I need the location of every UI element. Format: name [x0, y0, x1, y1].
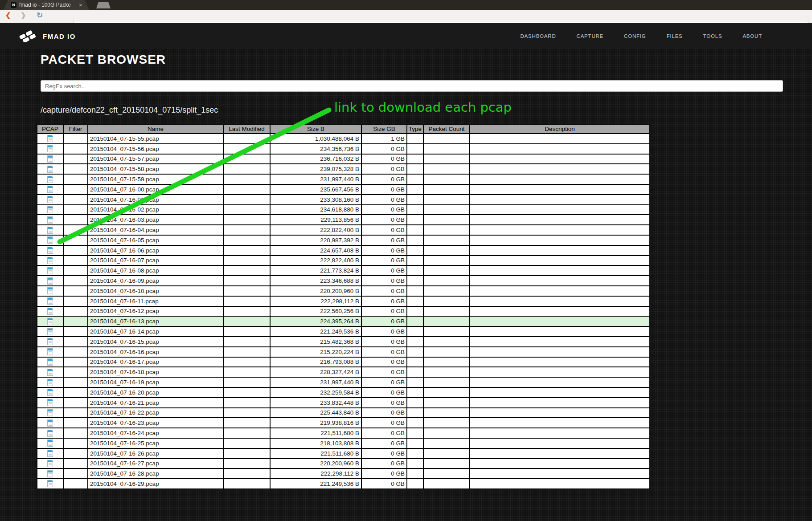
forward-icon[interactable]: ❯ [21, 11, 26, 19]
pcap-download-link[interactable] [37, 174, 63, 184]
packet-count-cell [423, 337, 470, 347]
size-gb-cell: 0 GB [361, 448, 407, 459]
reload-icon[interactable]: ↻ [37, 11, 43, 20]
pcap-download-link[interactable] [37, 347, 63, 357]
pcap-download-link[interactable] [37, 398, 63, 408]
pcap-file-icon[interactable] [47, 460, 53, 467]
pcap-download-link[interactable] [37, 459, 63, 469]
pcap-file-icon[interactable] [47, 470, 53, 477]
pcap-file-icon[interactable] [47, 297, 53, 305]
pcap-file-icon[interactable] [47, 186, 53, 193]
regex-search-input[interactable] [41, 80, 783, 92]
pcap-download-link[interactable] [37, 286, 63, 296]
pcap-file-icon[interactable] [47, 450, 53, 457]
pcap-download-link[interactable] [37, 408, 63, 418]
pcap-download-link[interactable] [37, 367, 63, 377]
browser-toolbar: ❮ ❯ ↻ 192.168.11.53/files.html?Fn=stime&… [0, 10, 812, 23]
pcap-download-link[interactable] [37, 154, 63, 164]
pcap-file-icon[interactable] [47, 318, 53, 325]
last-modified-cell [223, 205, 270, 215]
pcap-file-icon[interactable] [47, 145, 53, 152]
pcap-download-link[interactable] [37, 377, 63, 387]
pcap-download-link[interactable] [37, 235, 63, 245]
col-header-size-b[interactable]: Size B [270, 124, 361, 134]
pcap-file-icon[interactable] [47, 166, 53, 173]
pcap-download-link[interactable] [37, 468, 63, 479]
browser-tab[interactable]: N fmad io - 100G Packe × [4, 0, 89, 10]
nav-item-about[interactable]: ABOUT [742, 33, 762, 39]
tab-close-icon[interactable]: × [79, 2, 82, 8]
col-header-description[interactable]: Description [470, 124, 650, 134]
pcap-download-link[interactable] [37, 225, 63, 235]
pcap-download-link[interactable] [37, 296, 63, 306]
pcap-download-link[interactable] [37, 316, 63, 326]
pcap-file-icon[interactable] [47, 277, 53, 285]
name-cell: 20150104_07-16-05.pcap [88, 235, 223, 245]
pcap-file-icon[interactable] [47, 308, 53, 315]
pcap-download-link[interactable] [37, 205, 63, 215]
new-tab-button[interactable] [96, 2, 111, 8]
col-header-size-gb[interactable]: Size GB [361, 124, 407, 134]
pcap-download-link[interactable] [37, 144, 63, 154]
pcap-file-icon[interactable] [47, 196, 53, 203]
nav-item-tools[interactable]: TOOLS [703, 33, 722, 39]
col-header-last-modified[interactable]: Last Modified [223, 124, 270, 134]
pcap-download-link[interactable] [37, 276, 63, 286]
pcap-file-icon[interactable] [47, 328, 53, 335]
nav-item-dashboard[interactable]: DASHBOARD [520, 33, 556, 39]
pcap-file-icon[interactable] [47, 440, 53, 447]
pcap-file-icon[interactable] [47, 338, 53, 345]
pcap-download-link[interactable] [37, 448, 63, 459]
pcap-file-icon[interactable] [47, 480, 53, 487]
size-gb-cell: 1 GB [361, 134, 407, 144]
pcap-file-icon[interactable] [47, 206, 53, 213]
pcap-file-icon[interactable] [47, 155, 53, 163]
pcap-file-icon[interactable] [47, 399, 53, 406]
pcap-file-icon[interactable] [47, 267, 53, 274]
nav-item-files[interactable]: FILES [667, 33, 683, 39]
pcap-file-icon[interactable] [47, 247, 53, 254]
pcap-download-link[interactable] [37, 438, 63, 448]
pcap-download-link[interactable] [37, 245, 63, 256]
pcap-download-link[interactable] [37, 265, 63, 276]
pcap-file-icon[interactable] [47, 379, 53, 386]
col-header-filter[interactable]: Filter [63, 124, 88, 134]
pcap-download-link[interactable] [37, 306, 63, 317]
pcap-file-icon[interactable] [47, 227, 53, 234]
col-header-pcap[interactable]: PCAP [37, 124, 63, 134]
pcap-file-icon[interactable] [47, 389, 53, 396]
pcap-download-link[interactable] [37, 418, 63, 428]
pcap-file-icon[interactable] [47, 358, 53, 366]
col-header-packet-count[interactable]: Packet Count [423, 124, 470, 134]
pcap-download-link[interactable] [37, 337, 63, 347]
pcap-file-icon[interactable] [47, 236, 53, 244]
pcap-file-icon[interactable] [47, 430, 53, 437]
pcap-download-link[interactable] [37, 184, 63, 195]
pcap-file-icon[interactable] [47, 257, 53, 264]
pcap-file-icon[interactable] [47, 369, 53, 376]
pcap-download-link[interactable] [37, 387, 63, 398]
pcap-file-icon[interactable] [47, 419, 53, 427]
pcap-file-icon[interactable] [47, 216, 53, 224]
pcap-download-link[interactable] [37, 357, 63, 367]
pcap-file-icon[interactable] [47, 135, 53, 142]
nav-item-config[interactable]: CONFIG [624, 33, 646, 39]
pcap-download-link[interactable] [37, 195, 63, 205]
pcap-file-icon[interactable] [47, 348, 53, 355]
col-header-name[interactable]: Name [88, 124, 223, 134]
pcap-download-link[interactable] [37, 134, 63, 144]
pcap-file-icon[interactable] [47, 176, 53, 183]
last-modified-cell [223, 265, 270, 276]
pcap-download-link[interactable] [37, 256, 63, 266]
col-header-type[interactable]: Type [407, 124, 423, 134]
pcap-file-icon[interactable] [47, 409, 53, 416]
back-icon[interactable]: ❮ [5, 11, 11, 19]
pcap-download-link[interactable] [37, 164, 63, 174]
pcap-download-link[interactable] [37, 215, 63, 225]
pcap-download-link[interactable] [37, 479, 63, 489]
pcap-download-link[interactable] [37, 428, 63, 438]
pcap-download-link[interactable] [37, 326, 63, 337]
pcap-file-icon[interactable] [47, 287, 53, 294]
packet-count-cell [423, 184, 470, 195]
nav-item-capture[interactable]: CAPTURE [577, 33, 604, 39]
